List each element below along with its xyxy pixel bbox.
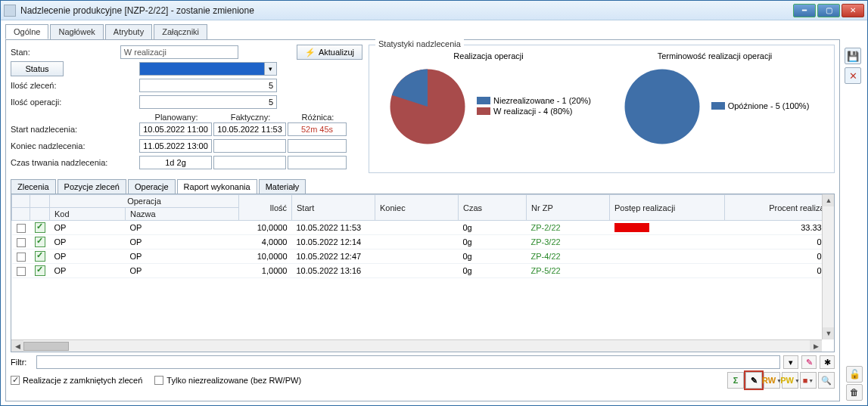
tab-zalaczniki[interactable]: Załączniki [154,24,207,39]
scroll-thumb[interactable] [23,342,69,351]
scroll-down-icon[interactable]: ▼ [823,327,835,339]
cell-czas: 0g [459,264,527,278]
col-group-operacja[interactable]: Operacja [50,195,239,208]
start-plan[interactable]: 10.05.2022 11:00 [139,122,212,136]
col-planowany: Planowany: [139,113,213,122]
col-procent[interactable]: Procent realizac [725,195,834,221]
ilosc-operacji-value: 5 [139,95,277,109]
subtab-raport[interactable]: Raport wykonania [177,179,257,194]
col-faktyczny: Faktyczny: [213,113,288,122]
col-postep[interactable]: Postęp realizacji [610,195,725,221]
subtab-zlecenia[interactable]: Zlecenia [11,179,56,194]
horizontal-scrollbar[interactable]: ◀ ▶ [11,339,822,352]
cell-start: 10.05.2022 13:16 [292,264,375,278]
status-select[interactable]: ▾ [139,62,277,76]
row-checkbox[interactable] [17,224,26,233]
row-checkbox[interactable] [17,267,26,276]
col-ilosc[interactable]: Ilość [239,195,292,221]
stop-button[interactable]: ■▼ [800,372,817,389]
tab-ogolne[interactable]: Ogólne [5,24,48,39]
start-label: Start nadzlecenia: [11,125,139,134]
col-koniec[interactable]: Koniec [375,195,459,221]
cell-czas: 0g [459,249,527,264]
row-checkbox[interactable] [17,253,26,262]
cell-koniec [375,221,459,235]
scroll-right-icon[interactable]: ▶ [810,340,822,352]
col-start[interactable]: Start [292,195,375,221]
edit-button[interactable]: ✎ [745,372,762,389]
status-tick-icon [35,251,45,262]
cancel-icon-button[interactable]: ✕ [845,67,861,84]
cb-zamkniete[interactable]: ✓ Realizacje z zamkniętych zleceń [11,376,142,385]
close-button[interactable]: ✕ [842,4,864,17]
tab-atrybuty[interactable]: Atrybuty [105,24,152,39]
table-row[interactable]: OPOP1,000010.05.2022 13:160gZP-5/220% [12,264,834,278]
legend-swatch-blue [477,97,490,104]
status-tick-icon [35,265,45,276]
sum-button[interactable]: Σ [727,372,744,389]
legend1b: W realizacji - 4 (80%) [493,107,573,116]
filter-edit-button[interactable]: ✎ [801,355,817,369]
rw-button[interactable]: RW▼ [764,372,780,389]
filter-dropdown-button[interactable]: ▾ [783,355,798,369]
stats-group: Statystyki nadzlecenia Realizacja operac… [369,45,835,173]
cell-ilosc: 1,0000 [239,264,292,278]
scroll-up-icon[interactable]: ▲ [823,194,835,206]
koniec-fakt [213,139,286,153]
subtab-operacje[interactable]: Operacje [128,179,176,194]
ilosc-zlecen-label: Ilość zleceń: [11,81,139,90]
cell-kod: OP [50,264,126,278]
czas-diff [288,156,347,169]
koniec-plan[interactable]: 11.05.2022 13:00 [139,139,212,153]
status-button[interactable]: Status [11,61,64,76]
refresh-icon: ⚡ [305,48,316,57]
save-icon-button[interactable]: 💾 [845,48,861,64]
cell-kod: OP [50,221,126,235]
scroll-left-icon[interactable]: ◀ [11,340,23,352]
col-czas[interactable]: Czas [459,195,527,221]
vertical-scrollbar[interactable]: ▲ ▼ [822,194,834,339]
stan-label: Stan: [11,48,120,57]
trash-icon-button[interactable]: 🗑 [846,384,863,401]
cell-start: 10.05.2022 12:14 [292,235,375,249]
maximize-button[interactable]: ▢ [817,4,840,17]
chevron-down-icon: ▾ [265,62,277,76]
tab-body: Stan: W realizacji ⚡Aktualizuj Status ▾ [5,39,840,401]
col-nazwa[interactable]: Nazwa [126,208,239,221]
cell-koniec [375,235,459,249]
cell-kod: OP [50,235,126,249]
chart1-title: Realizacja operacji [453,51,523,60]
lock-icon-button[interactable]: 🔓 [846,366,863,383]
col-nrzp[interactable]: Nr ZP [527,195,610,221]
row-checkbox[interactable] [17,238,26,247]
cell-czas: 0g [459,235,527,249]
tab-naglowek[interactable]: Nagłówek [50,24,103,39]
table-row[interactable]: OPOP4,000010.05.2022 12:140gZP-3/220% [12,235,834,249]
cell-postep [610,249,725,264]
cell-nrzp: ZP-2/22 [527,221,610,235]
zoom-button[interactable]: 🔍 [818,372,835,389]
filter-clear-button[interactable]: ✱ [820,355,835,369]
filter-input[interactable] [36,355,780,369]
cell-ilosc: 10,0000 [239,221,292,235]
legend2: Opóźnione - 5 (100%) [728,101,810,110]
pie-chart-realizacja [386,65,469,148]
cell-ilosc: 10,0000 [239,249,292,264]
app-icon [4,5,16,17]
filter-label: Filtr: [11,358,33,367]
col-kod[interactable]: Kod [50,208,126,221]
cell-nazwa: OP [126,249,239,264]
cell-procent: 0% [725,235,834,249]
subtab-pozycje[interactable]: Pozycje zleceń [58,179,126,194]
cb-niezrealizowane[interactable]: Tylko niezrealizowane (bez RW/PW) [154,376,301,385]
subtab-materialy[interactable]: Materiały [259,179,306,194]
aktualizuj-button[interactable]: ⚡Aktualizuj [297,45,362,60]
table-row[interactable]: OPOP10,000010.05.2022 11:530gZP-2/2233.3… [12,221,834,235]
cell-procent: 0% [725,264,834,278]
ilosc-zlecen-value: 5 [139,79,277,92]
cell-postep [610,235,725,249]
table-row[interactable]: OPOP10,000010.05.2022 12:470gZP-4/220% [12,249,834,264]
pw-button[interactable]: PW▼ [782,372,798,389]
minimize-button[interactable]: ━ [793,4,816,17]
start-fakt: 10.05.2022 11:53 [213,122,286,136]
